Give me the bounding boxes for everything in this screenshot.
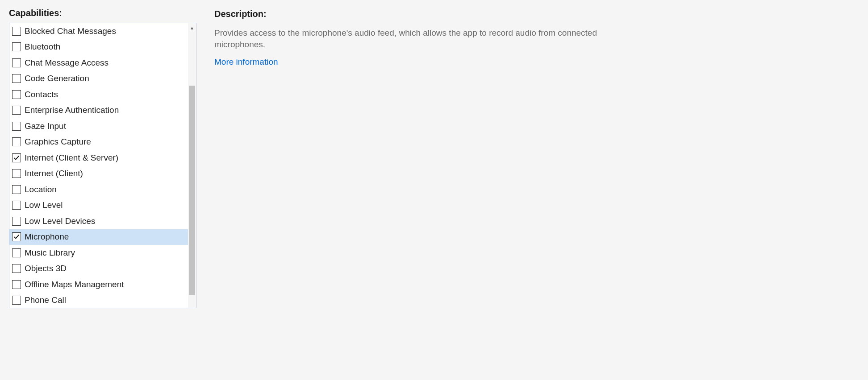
- list-item[interactable]: Low Level: [9, 198, 196, 214]
- scroll-up-arrow-icon[interactable]: ▲: [188, 23, 196, 32]
- capability-label: Internet (Client): [25, 169, 83, 178]
- list-item[interactable]: Gaze Input: [9, 118, 196, 134]
- list-item[interactable]: Low Level Devices: [9, 213, 196, 229]
- capability-checkbox[interactable]: [12, 153, 21, 162]
- list-item[interactable]: Internet (Client & Server): [9, 150, 196, 166]
- scrollbar[interactable]: ▲: [188, 23, 196, 308]
- capability-checkbox[interactable]: [12, 217, 21, 226]
- capabilities-pane: Capabilities: Blocked Chat MessagesBluet…: [9, 8, 196, 372]
- capability-label: Location: [25, 185, 57, 194]
- list-item[interactable]: Blocked Chat Messages: [9, 23, 196, 39]
- capability-checkbox[interactable]: [12, 248, 21, 257]
- list-item[interactable]: Microphone: [9, 229, 196, 245]
- capability-label: Gaze Input: [25, 121, 66, 131]
- list-item[interactable]: Enterprise Authentication: [9, 103, 196, 119]
- capability-checkbox[interactable]: [12, 185, 21, 194]
- capability-label: Contacts: [25, 90, 58, 99]
- capability-checkbox[interactable]: [12, 74, 21, 83]
- description-text: Provides access to the microphone's audi…: [214, 27, 616, 50]
- list-item[interactable]: Phone Call: [9, 293, 196, 308]
- capability-label: Blocked Chat Messages: [25, 26, 116, 36]
- capability-label: Phone Call: [25, 295, 66, 305]
- capability-label: Music Library: [25, 248, 75, 258]
- capability-checkbox[interactable]: [12, 169, 21, 178]
- list-item[interactable]: Contacts: [9, 87, 196, 103]
- list-item[interactable]: Objects 3D: [9, 261, 196, 277]
- capabilities-heading: Capabilities:: [9, 8, 196, 18]
- list-item[interactable]: Graphics Capture: [9, 134, 196, 150]
- capability-label: Chat Message Access: [25, 58, 108, 68]
- capability-checkbox[interactable]: [12, 58, 21, 67]
- list-item[interactable]: Music Library: [9, 245, 196, 261]
- capability-label: Offline Maps Management: [25, 280, 124, 289]
- capability-label: Code Generation: [25, 74, 89, 83]
- capability-checkbox[interactable]: [12, 280, 21, 289]
- list-item[interactable]: Offline Maps Management: [9, 277, 196, 293]
- capability-label: Enterprise Authentication: [25, 105, 119, 115]
- more-information-link[interactable]: More information: [214, 57, 859, 67]
- capability-checkbox[interactable]: [12, 90, 21, 99]
- capability-checkbox[interactable]: [12, 106, 21, 115]
- capability-checkbox[interactable]: [12, 27, 21, 36]
- capability-checkbox[interactable]: [12, 232, 21, 241]
- list-item[interactable]: Code Generation: [9, 71, 196, 87]
- capability-label: Bluetooth: [25, 42, 60, 52]
- scroll-track[interactable]: [188, 32, 196, 308]
- list-item[interactable]: Internet (Client): [9, 166, 196, 182]
- list-item[interactable]: Bluetooth: [9, 39, 196, 55]
- description-heading: Description:: [214, 9, 859, 19]
- capability-label: Low Level Devices: [25, 216, 95, 226]
- capability-label: Low Level: [25, 200, 63, 210]
- capability-label: Objects 3D: [25, 264, 67, 273]
- list-item[interactable]: Location: [9, 182, 196, 198]
- description-pane: Description: Provides access to the micr…: [214, 8, 859, 372]
- list-item[interactable]: Chat Message Access: [9, 55, 196, 71]
- capability-checkbox[interactable]: [12, 122, 21, 131]
- capability-checkbox[interactable]: [12, 296, 21, 305]
- scroll-thumb[interactable]: [189, 86, 195, 295]
- capability-checkbox[interactable]: [12, 42, 21, 51]
- capability-checkbox[interactable]: [12, 201, 21, 210]
- capability-checkbox[interactable]: [12, 264, 21, 273]
- capability-label: Graphics Capture: [25, 137, 91, 147]
- capability-checkbox[interactable]: [12, 137, 21, 146]
- capabilities-listbox[interactable]: Blocked Chat MessagesBluetoothChat Messa…: [9, 23, 196, 308]
- capability-label: Microphone: [25, 232, 69, 242]
- capability-label: Internet (Client & Server): [25, 153, 118, 163]
